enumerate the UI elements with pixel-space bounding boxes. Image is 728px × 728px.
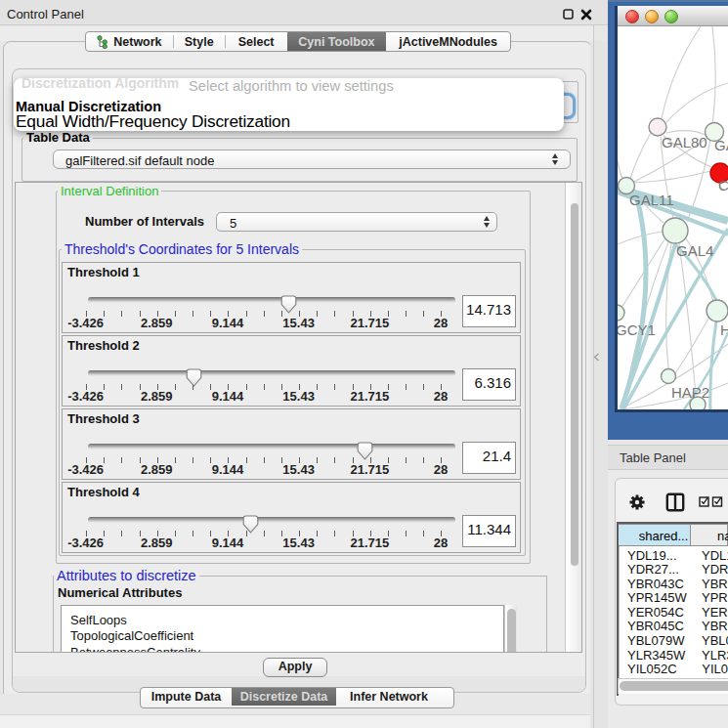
svg-text:GCY1: GCY1: [618, 321, 656, 338]
svg-text:C: C: [718, 177, 728, 193]
svg-text:HAP2: HAP2: [671, 384, 709, 401]
svg-text:GA: GA: [714, 137, 728, 153]
svg-text:GAL11: GAL11: [629, 192, 674, 208]
svg-text:GAL80: GAL80: [662, 134, 707, 150]
svg-text:H: H: [720, 321, 728, 338]
svg-text:GAL4: GAL4: [676, 242, 713, 259]
